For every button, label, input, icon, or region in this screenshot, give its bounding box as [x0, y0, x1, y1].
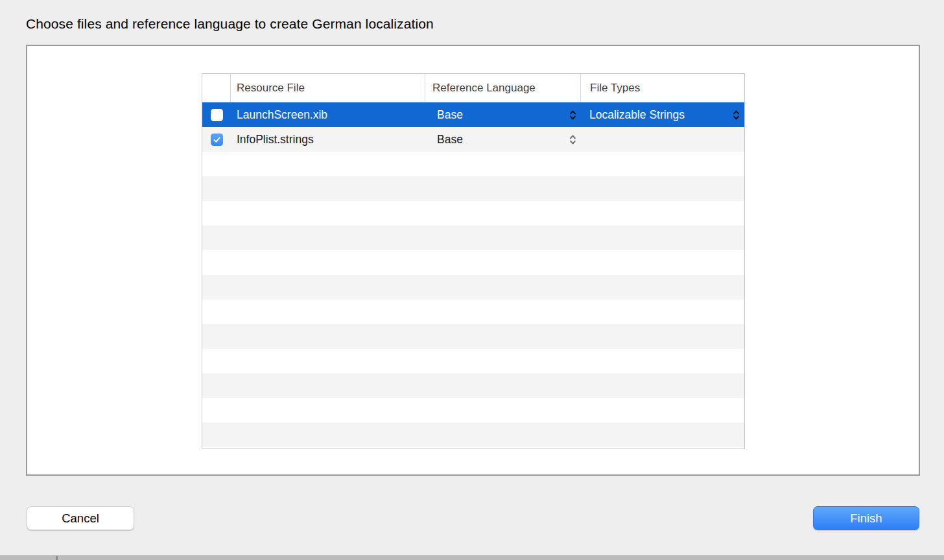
column-header-label: Resource File	[237, 82, 305, 95]
resource-file-name: LaunchScreen.xib	[237, 108, 327, 121]
empty-row	[202, 324, 744, 349]
resource-file-cell: InfoPlist.strings	[231, 133, 425, 146]
background-window-edge	[0, 555, 944, 560]
file-checkbox[interactable]	[211, 134, 223, 146]
checkbox-cell	[202, 109, 231, 121]
empty-row	[202, 423, 744, 447]
table-row-launchscreen[interactable]: LaunchScreen.xib Base Localizable String…	[202, 102, 744, 127]
empty-rows	[202, 152, 744, 447]
table-row-infoplist[interactable]: InfoPlist.strings Base	[202, 127, 744, 152]
column-header-reference-language: Reference Language	[425, 74, 581, 102]
empty-row	[202, 201, 744, 226]
up-down-chevron-icon[interactable]	[569, 110, 576, 121]
reference-language-value: Base	[437, 108, 463, 122]
empty-row	[202, 226, 744, 250]
background-window-divider	[56, 556, 58, 560]
file-checkbox[interactable]	[211, 109, 223, 121]
reference-language-popup[interactable]: Base	[425, 108, 581, 122]
localization-file-table: Resource File Reference Language File Ty…	[202, 73, 745, 449]
cancel-button[interactable]: Cancel	[27, 506, 134, 530]
empty-row	[202, 152, 744, 176]
empty-row	[202, 299, 744, 324]
file-types-value: Localizable Strings	[589, 108, 685, 122]
empty-row	[202, 398, 744, 423]
file-types-popup[interactable]: Localizable Strings	[581, 108, 744, 122]
checkbox-cell	[202, 134, 231, 146]
page-title: Choose files and reference language to c…	[26, 16, 434, 32]
up-down-chevron-icon[interactable]	[733, 110, 740, 121]
reference-language-value: Base	[437, 133, 463, 146]
reference-language-popup[interactable]: Base	[425, 133, 581, 146]
column-header-label: Reference Language	[432, 82, 536, 95]
finish-button[interactable]: Finish	[813, 506, 919, 530]
empty-row	[202, 275, 744, 299]
empty-row	[202, 176, 744, 201]
empty-row	[202, 250, 744, 275]
table-header-row: Resource File Reference Language File Ty…	[202, 74, 744, 102]
column-header-resource-file: Resource File	[231, 74, 425, 102]
resource-file-name: InfoPlist.strings	[237, 133, 314, 146]
column-header-checkbox	[202, 74, 231, 102]
empty-row	[202, 373, 744, 398]
resource-file-cell: LaunchScreen.xib	[231, 108, 425, 122]
column-header-label: File Types	[590, 82, 640, 95]
column-header-file-types: File Types	[581, 74, 744, 102]
up-down-chevron-icon[interactable]	[569, 134, 576, 145]
empty-row	[202, 349, 744, 373]
